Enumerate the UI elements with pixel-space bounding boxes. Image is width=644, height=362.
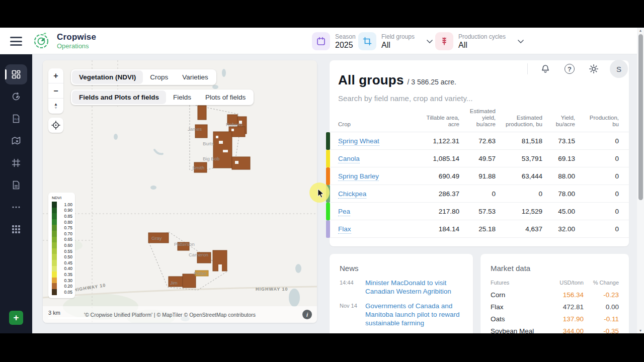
info-icon[interactable]: i	[302, 310, 312, 319]
col-estimated-yield: Estimated yield, bu/acre	[459, 108, 496, 128]
letterbox-bottom	[0, 333, 644, 362]
ndvi-swatch	[52, 202, 57, 208]
info-glyph: i	[306, 312, 308, 318]
map[interactable]: James Burts Big Bob Smith Roberts Gray P…	[43, 60, 317, 323]
market-row: Oats 137.90 -0.11	[480, 313, 629, 325]
production-cycles-label: Production cycles	[458, 33, 506, 40]
ndvi-swatch	[52, 272, 57, 278]
ndvi-stop: 0.20	[52, 283, 72, 289]
page-scrollbar[interactable]: ▲ ▼	[637, 28, 644, 333]
season-selector[interactable]: Season 2025	[312, 32, 356, 50]
tab-fields-and-plots[interactable]: Fields and Plots of fields	[72, 90, 166, 104]
crop-color-bar	[326, 150, 330, 167]
table-row: Spring Barley 690.49 91.88 63,444 88.00 …	[330, 167, 629, 185]
news-link[interactable]: Minister MacDonald to visit Canadian Wes…	[365, 279, 463, 296]
map-scale-label: 3 km	[48, 310, 60, 316]
sidebar-item-maps[interactable]	[5, 131, 27, 151]
field-hole	[218, 264, 222, 272]
ndvi-swatch	[52, 248, 57, 254]
avatar-initial: S	[616, 65, 621, 73]
crop-link[interactable]: Pea	[338, 208, 350, 216]
market-header: Futures USD/tonn % Change	[480, 273, 629, 286]
ndvi-stop: 1.00	[52, 202, 72, 208]
scroll-down-arrow[interactable]: ▼	[637, 329, 644, 332]
map-scale-bar	[48, 317, 92, 319]
season-value: 2025	[335, 40, 356, 50]
sidebar-item-crop-rotation[interactable]	[5, 86, 27, 107]
sidebar-item-documents[interactable]	[5, 175, 27, 195]
help-icon[interactable]: ?	[565, 64, 575, 74]
production-cycles-icon	[435, 32, 453, 50]
hamburger-menu-icon[interactable]	[10, 37, 22, 46]
minus-glyph: −	[53, 86, 58, 96]
page-title: All groups	[338, 72, 404, 88]
sidebar-item-apps[interactable]	[5, 219, 27, 239]
map-attribution: '© Cropwise Unified Platform' | © MapTil…	[43, 312, 297, 318]
ndvi-stop: 0.05	[52, 289, 72, 295]
table-row: Spring Wheat 1,122.31 72.63 81,518 73.15…	[330, 132, 629, 150]
crop-color-bar	[326, 132, 330, 150]
locate-icon	[51, 121, 60, 130]
production-cycles-selector[interactable]: Production cycles All	[435, 32, 524, 50]
col-production: Production, bu	[575, 115, 629, 128]
table-row: Canola 1,085.14 49.57 53,791 69.13 0	[330, 150, 629, 167]
sidebar-item-xls-reports[interactable]: XLS	[5, 109, 27, 129]
zoom-out-button[interactable]: −	[48, 83, 63, 99]
market-data-title: Market data	[480, 254, 629, 273]
field-groups-selector[interactable]: Field groups All	[358, 32, 433, 50]
user-avatar[interactable]: S	[610, 60, 628, 78]
crop-link[interactable]: Chickpea	[338, 190, 366, 199]
arrow-down-glyph: ▼	[54, 106, 58, 110]
market-data-widget: Market data Futures USD/tonn % Change Co…	[480, 254, 629, 342]
highway-label-right: HIGHWAY 10	[256, 287, 288, 292]
tab-crops[interactable]: Crops	[143, 70, 175, 84]
tab-varieties[interactable]: Varieties	[175, 70, 215, 84]
news-item: 14:44 Minister MacDonald to visit Canadi…	[330, 273, 473, 296]
calendar-icon	[312, 32, 330, 50]
compass-reset-button[interactable]: ▲ ▼	[48, 99, 63, 114]
news-time: Nov 14	[340, 302, 361, 327]
news-link[interactable]: Governments of Canada and Manitoba launc…	[365, 302, 463, 327]
ndvi-swatch	[52, 283, 57, 289]
tab-vegetation-ndvi[interactable]: Vegetation (NDVI)	[72, 70, 143, 84]
letterbox-top	[0, 0, 644, 28]
ndvi-swatch	[52, 208, 57, 214]
news-time: 14:44	[340, 279, 361, 296]
crop-link[interactable]: Spring Wheat	[338, 137, 379, 146]
sidebar-item-more[interactable]	[5, 197, 27, 217]
sidebar-item-fields[interactable]	[5, 153, 27, 173]
ndvi-swatch	[52, 231, 57, 237]
sidebar-item-dashboard[interactable]	[5, 64, 27, 84]
field-label-patterson: Patterson	[174, 241, 195, 247]
ndvi-swatch	[52, 254, 57, 260]
settings-gear-icon[interactable]	[589, 64, 599, 74]
notifications-bell-icon[interactable]	[540, 64, 550, 74]
search-input[interactable]	[338, 94, 549, 103]
ndvi-legend-title: NDVI	[52, 196, 72, 200]
zoom-in-button[interactable]: +	[48, 68, 63, 83]
table-row: Chickpea 286.37 0 0 78.00 0	[330, 185, 629, 203]
scrollbar-thumb[interactable]	[638, 34, 643, 200]
tab-plots-of-fields[interactable]: Plots of fields	[198, 90, 253, 104]
logo-line2: Operations	[57, 42, 96, 50]
ndvi-stop: 0.80	[52, 219, 72, 225]
mouse-cursor	[317, 189, 325, 198]
add-button[interactable]: +	[9, 311, 23, 325]
ndvi-stop: 0.55	[52, 248, 72, 254]
locate-me-button[interactable]	[48, 118, 63, 133]
crop-link[interactable]: Spring Barley	[338, 172, 379, 181]
field-label-burts: Burts	[203, 141, 214, 146]
ndvi-stop: 0.70	[52, 231, 72, 237]
table-row: Pea 217.80 57.53 12,529 45.00 0	[330, 203, 629, 220]
crop-link[interactable]: Flax	[338, 225, 351, 234]
tab-fields[interactable]: Fields	[166, 90, 198, 104]
field-label-potter: Potter	[194, 270, 206, 276]
map-icon	[11, 136, 21, 146]
panel-title-row: All groups / 3 586.25 acre.	[338, 72, 620, 88]
active-indicator	[5, 69, 7, 79]
chevron-down-icon	[518, 40, 524, 43]
ndvi-stop: 0.90	[52, 208, 72, 214]
crop-link[interactable]: Canola	[338, 155, 360, 163]
scroll-up-arrow[interactable]: ▲	[637, 29, 644, 32]
ndvi-stop: 0.65	[52, 237, 72, 243]
